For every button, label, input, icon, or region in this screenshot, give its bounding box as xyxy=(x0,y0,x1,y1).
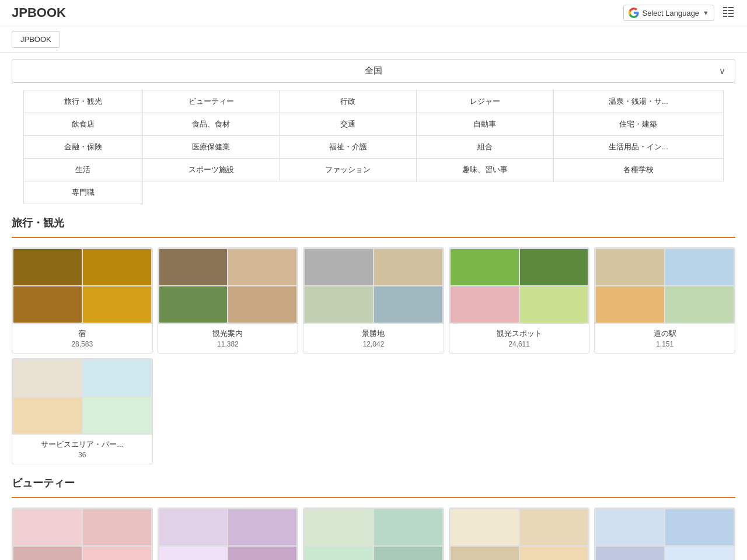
category-card[interactable] xyxy=(12,508,153,560)
category-cell[interactable] xyxy=(417,181,554,204)
category-cell[interactable]: 各種学校 xyxy=(553,159,723,181)
category-cell[interactable]: 趣味、習い事 xyxy=(417,159,554,181)
section-divider-travel xyxy=(12,237,735,238)
card-info: 観光スポット24,611 xyxy=(449,324,589,353)
card-image-grid xyxy=(303,508,444,560)
card-img-cell xyxy=(228,286,296,323)
category-card[interactable]: 観光スポット24,611 xyxy=(449,247,590,354)
card-img-cell xyxy=(451,286,519,323)
card-img-cell xyxy=(596,547,664,560)
card-img-cell xyxy=(159,547,228,560)
card-img-cell xyxy=(13,397,82,433)
category-table: 旅行・観光ビューティー行政レジャー温泉・銭湯・サ...飲食店食品、食材交通自動車… xyxy=(23,90,724,204)
card-img-cell xyxy=(305,286,373,323)
card-img-cell xyxy=(596,509,664,545)
card-count: 36 xyxy=(17,451,148,459)
category-cell[interactable] xyxy=(553,181,723,204)
category-card[interactable]: 道の駅1,151 xyxy=(594,247,735,354)
card-info: 道の駅1,151 xyxy=(595,324,735,353)
category-cell[interactable]: 専門職 xyxy=(24,181,143,204)
category-cell[interactable]: 福祉・介護 xyxy=(280,136,417,159)
card-img-cell xyxy=(596,286,664,323)
card-img-cell xyxy=(305,249,373,285)
category-card[interactable]: 観光案内11,382 xyxy=(158,247,299,354)
card-img-cell xyxy=(83,397,151,433)
category-cell[interactable]: 医療保健業 xyxy=(142,136,280,159)
card-img-cell xyxy=(13,360,82,396)
category-card[interactable]: サービスエリア・パー...36 xyxy=(12,358,153,464)
card-img-cell xyxy=(13,547,82,560)
category-cell[interactable]: 生活 xyxy=(24,159,143,181)
card-img-cell xyxy=(228,249,296,285)
language-label: Select Language xyxy=(643,9,700,18)
card-img-cell xyxy=(665,286,734,323)
category-card[interactable] xyxy=(158,508,299,560)
category-cell[interactable]: 住宅・建築 xyxy=(553,113,723,136)
category-card[interactable] xyxy=(303,508,444,560)
card-img-cell xyxy=(228,509,296,545)
card-img-cell xyxy=(451,547,519,560)
category-cell[interactable] xyxy=(142,181,280,204)
tab-bar: JPBOOK xyxy=(0,26,747,53)
card-img-cell xyxy=(374,286,442,323)
card-image-grid xyxy=(12,359,152,435)
category-cell[interactable]: 食品、食材 xyxy=(142,113,280,136)
card-info: 観光案内11,382 xyxy=(158,324,298,353)
card-image-grid xyxy=(595,248,735,324)
category-card[interactable]: 宿28,583 xyxy=(12,247,153,354)
card-img-cell xyxy=(451,249,519,285)
site-logo[interactable]: JPBOOK xyxy=(12,5,66,20)
card-img-cell xyxy=(596,249,664,285)
card-image-grid xyxy=(449,508,589,560)
category-cell[interactable]: 旅行・観光 xyxy=(24,90,143,113)
region-label: 全国 xyxy=(365,65,382,76)
category-cell[interactable]: 温泉・銭湯・サ... xyxy=(553,90,723,113)
card-img-cell xyxy=(374,547,442,560)
card-image-grid xyxy=(12,248,152,324)
card-img-cell xyxy=(13,286,82,323)
category-cell[interactable]: ファッション xyxy=(280,159,417,181)
category-card[interactable]: 景勝地12,042 xyxy=(303,247,444,354)
category-card[interactable] xyxy=(449,508,590,560)
category-cell[interactable]: 自動車 xyxy=(417,113,554,136)
card-image-grid xyxy=(595,508,735,560)
card-img-cell xyxy=(665,509,734,545)
tab-jpbook[interactable]: JPBOOK xyxy=(12,31,60,48)
card-info: 景勝地12,042 xyxy=(303,324,444,353)
svg-rect-0 xyxy=(723,7,727,8)
section-title-travel: 旅行・観光 xyxy=(12,216,735,230)
card-img-cell xyxy=(83,547,151,560)
category-cell[interactable]: 飲食店 xyxy=(24,113,143,136)
category-cell[interactable]: 交通 xyxy=(280,113,417,136)
category-card[interactable] xyxy=(594,508,735,560)
category-cell[interactable]: 組合 xyxy=(417,136,554,159)
svg-rect-2 xyxy=(723,13,727,14)
region-selector[interactable]: 全国 ∨ xyxy=(12,59,735,83)
card-image-grid xyxy=(158,508,298,560)
section-beauty: ビューティー xyxy=(12,476,735,560)
category-cell[interactable]: 金融・保険 xyxy=(24,136,143,159)
category-cell[interactable] xyxy=(280,181,417,204)
card-img-cell xyxy=(83,249,151,285)
category-grid-wrapper: 旅行・観光ビューティー行政レジャー温泉・銭湯・サ...飲食店食品、食材交通自動車… xyxy=(12,90,735,204)
cards-grid-travel-row1: 宿28,583観光案内11,382景勝地12,042観光スポット24,611道の… xyxy=(12,247,735,354)
category-cell[interactable]: 行政 xyxy=(280,90,417,113)
card-img-cell xyxy=(520,249,588,285)
category-cell[interactable]: 生活用品・イン... xyxy=(553,136,723,159)
card-name: 観光スポット xyxy=(454,328,585,339)
grid-view-icon[interactable] xyxy=(721,5,735,21)
card-img-cell xyxy=(374,249,442,285)
card-image-grid xyxy=(158,248,298,324)
category-cell[interactable]: レジャー xyxy=(417,90,554,113)
category-cell[interactable]: ビューティー xyxy=(142,90,280,113)
region-dropdown-arrow: ∨ xyxy=(719,66,725,76)
card-img-cell xyxy=(520,547,588,560)
svg-rect-3 xyxy=(723,16,727,17)
svg-rect-1 xyxy=(723,10,727,11)
category-cell[interactable]: スポーツ施設 xyxy=(142,159,280,181)
card-img-cell xyxy=(305,509,373,545)
google-icon xyxy=(629,8,639,18)
card-img-cell xyxy=(305,547,373,560)
card-name: 宿 xyxy=(17,328,148,339)
language-selector[interactable]: Select Language ▼ xyxy=(623,5,714,21)
